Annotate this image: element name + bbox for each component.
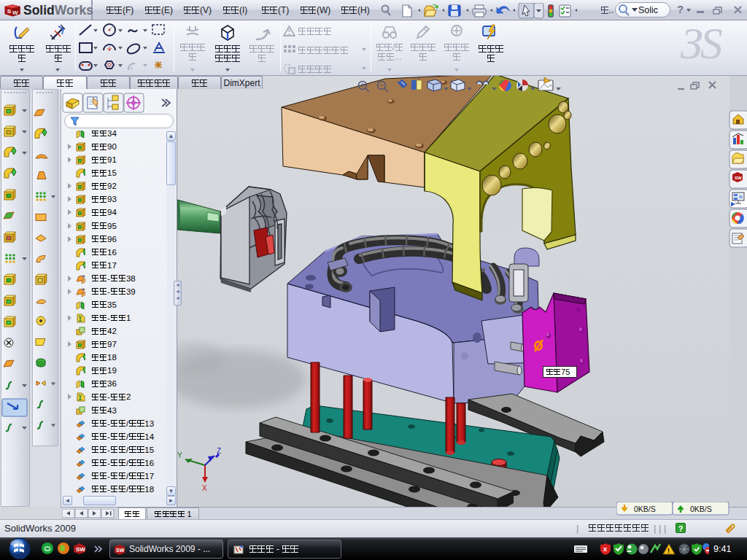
svg-text:X: X xyxy=(202,484,207,492)
svg-text:Z: Z xyxy=(217,447,221,455)
svg-text:Y: Y xyxy=(177,451,182,459)
svg-text:SW: SW xyxy=(735,176,742,180)
svg-text:!: ! xyxy=(667,547,670,554)
svg-text:S: S xyxy=(7,8,12,15)
svg-text:x: x xyxy=(603,545,607,553)
svg-text:SW: SW xyxy=(76,546,85,553)
svg-text:0KB/S: 0KB/S xyxy=(634,505,656,513)
svg-text:0KB/S: 0KB/S xyxy=(690,505,712,513)
svg-text:W: W xyxy=(12,9,18,16)
svg-text:SW: SW xyxy=(116,548,125,553)
